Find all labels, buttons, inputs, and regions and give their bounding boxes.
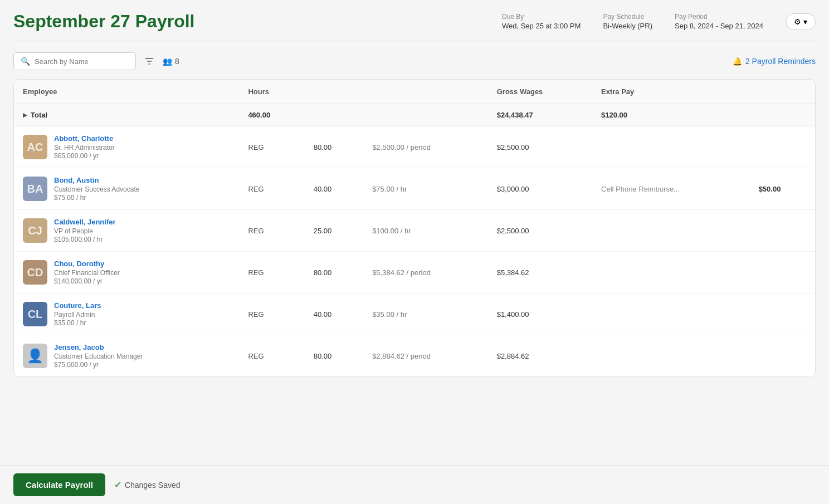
table-body: ▶ Total 460.00 $24,438.47 $120.00 AC Abb… [14,104,815,377]
employee-role: Sr. HR Administrator [54,144,115,151]
avatar: CD [23,260,47,285]
employee-role: Payroll Admin [54,311,101,319]
total-hours: 460.00 [239,104,304,126]
employee-rate-display: $65,000.00 / yr [54,152,115,160]
toolbar-left: 🔍 👥 8 [13,52,179,70]
filter-button[interactable] [144,56,155,67]
employee-count: 👥 8 [163,57,179,66]
employee-type: REG [239,335,304,377]
employee-cell-1: BA Bond, Austin Customer Success Advocat… [14,168,239,210]
employee-cell-3: CD Chou, Dorothy Chief Financial Officer… [14,252,239,293]
employee-rate: $100.00 / hr [363,210,488,252]
employee-cell-4: CL Couture, Lars Payroll Admin $35.00 / … [14,293,239,335]
people-icon: 👥 [163,57,172,66]
employee-extra-pay-value: $50.00 [750,168,815,210]
total-label: Total [31,111,47,119]
footer: Calculate Payroll ✔ Changes Saved [0,465,829,504]
avatar: 👤 [23,344,47,368]
search-input[interactable] [35,57,129,66]
col-rate [363,80,488,104]
employee-gross-wages: $2,500.00 [488,210,592,252]
employee-rate: $2,500.00 / period [363,126,488,168]
employee-gross-wages: $2,500.00 [488,126,592,168]
avatar: CL [23,302,47,326]
total-row: ▶ Total 460.00 $24,438.47 $120.00 [14,104,815,126]
avatar: BA [23,177,47,201]
employee-cell-5: 👤 Jensen, Jacob Customer Education Manag… [14,335,239,377]
employee-gross-wages: $5,384.62 [488,252,592,293]
employee-cell-0: AC Abbott, Charlotte Sr. HR Administrato… [14,126,239,168]
employee-name[interactable]: Caldwell, Jennifer [54,218,116,226]
settings-button[interactable]: ⚙ ▾ [786,13,816,30]
employee-rate-display: $140,000.00 / yr [54,277,120,285]
employee-name[interactable]: Bond, Austin [54,176,139,184]
employee-info: Abbott, Charlotte Sr. HR Administrator $… [54,134,115,160]
total-empty-3 [750,104,815,126]
employee-extra-pay-value [750,293,815,335]
table-header-row: Employee Hours Gross Wages Extra Pay [14,80,815,104]
page-header: September 27 Payroll Due By Wed, Sep 25 … [13,11,816,41]
due-by-label: Due By [502,13,581,21]
reminders-link[interactable]: 🔔 2 Payroll Reminders [733,57,816,66]
employee-extra-pay-label [592,126,750,168]
employee-gross-wages: $1,400.00 [488,293,592,335]
employee-type: REG [239,210,304,252]
employee-role: Customer Education Manager [54,353,143,360]
employee-hours: 80.00 [305,252,363,293]
payroll-table-container: Employee Hours Gross Wages Extra Pay ▶ T… [13,79,816,377]
avatar-initials: CD [27,266,43,279]
bell-icon: 🔔 [733,57,742,66]
employee-name[interactable]: Jensen, Jacob [54,343,143,351]
employee-hours: 40.00 [305,168,363,210]
table-row: CL Couture, Lars Payroll Admin $35.00 / … [14,293,815,335]
employee-rate: $75.00 / hr [363,168,488,210]
employee-name[interactable]: Couture, Lars [54,301,101,310]
search-box[interactable]: 🔍 [13,52,136,70]
pay-schedule-label: Pay Schedule [603,13,652,21]
employee-info: Chou, Dorothy Chief Financial Officer $1… [54,260,120,285]
total-extra-pay: $120.00 [592,104,750,126]
pay-schedule-value: Bi-Weekly (PR) [603,22,652,30]
employee-hours: 80.00 [305,126,363,168]
total-empty-1 [305,104,363,126]
payroll-table: Employee Hours Gross Wages Extra Pay ▶ T… [14,80,815,376]
employee-role: Customer Success Advocate [54,185,139,193]
col-extra-pay-value [750,80,815,104]
header-meta: Due By Wed, Sep 25 at 3:00 PM Pay Schedu… [502,13,816,30]
employee-extra-pay-label: Cell Phone Reimburse... [592,168,750,210]
table-row: AC Abbott, Charlotte Sr. HR Administrato… [14,126,815,168]
avatar: CJ [23,218,47,243]
toolbar: 🔍 👥 8 🔔 2 Payroll Reminders [13,52,816,70]
col-hours-extra [305,80,363,104]
employee-extra-pay-label [592,252,750,293]
table-row: CD Chou, Dorothy Chief Financial Officer… [14,252,815,293]
total-empty-2 [363,104,488,126]
employee-name[interactable]: Chou, Dorothy [54,260,120,268]
employee-rate-display: $75.00 / hr [54,194,139,202]
changes-saved-label: Changes Saved [125,481,181,490]
employee-rate-display: $35.00 / hr [54,319,101,327]
avatar-initials: BA [27,183,43,195]
employee-rate: $5,384.62 / period [363,252,488,293]
employee-rate-display: $105,000.00 / hr [54,236,116,243]
page-title: September 27 Payroll [13,11,194,32]
gear-icon: ⚙ [794,17,801,26]
employee-rate: $35.00 / hr [363,293,488,335]
employee-gross-wages: $2,884.62 [488,335,592,377]
total-label-cell: ▶ Total [14,104,239,126]
calculate-payroll-button[interactable]: Calculate Payroll [13,473,105,496]
avatar: AC [23,135,47,159]
pay-period-meta: Pay Period Sep 8, 2024 - Sep 21, 2024 [675,13,763,30]
employee-type: REG [239,252,304,293]
avatar-placeholder-icon: 👤 [27,348,43,364]
search-icon: 🔍 [21,57,30,66]
employee-type: REG [239,293,304,335]
employee-type: REG [239,126,304,168]
due-by-value: Wed, Sep 25 at 3:00 PM [502,22,581,30]
changes-saved: ✔ Changes Saved [114,479,181,490]
chevron-right-icon: ▶ [23,112,27,118]
employee-extra-pay-label [592,293,750,335]
avatar-initials: CL [28,308,43,321]
employee-name[interactable]: Abbott, Charlotte [54,134,115,143]
employee-role: VP of People [54,227,116,235]
